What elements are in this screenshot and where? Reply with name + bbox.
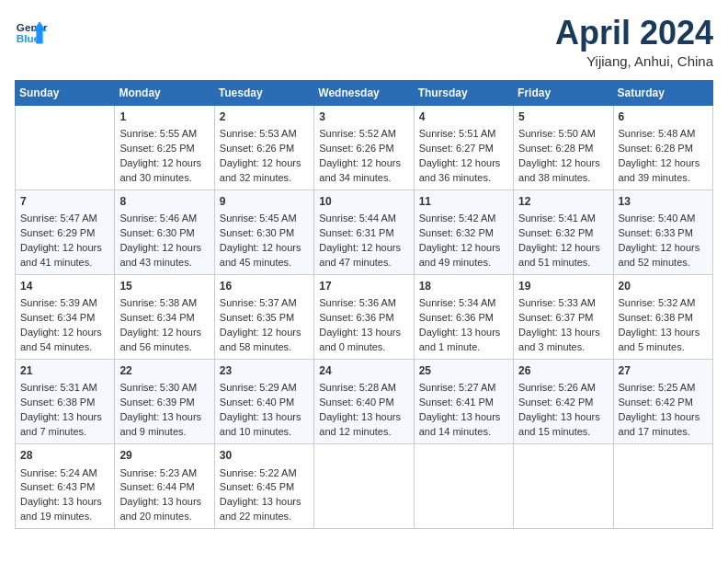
sunrise-text: Sunrise: 5:52 AM [319,128,396,139]
sunset-text: Sunset: 6:39 PM [119,396,194,408]
sunset-text: Sunset: 6:44 PM [119,481,194,492]
header-sunday: Sunday [16,80,115,105]
daylight-text: Daylight: 13 hours and 22 minutes. [220,496,301,522]
calendar-cell [613,444,712,529]
sunrise-text: Sunrise: 5:40 AM [619,213,696,224]
day-number: 17 [319,279,408,294]
sunrise-text: Sunrise: 5:26 AM [518,382,596,393]
day-number: 5 [518,109,608,125]
calendar-cell: 11Sunrise: 5:42 AMSunset: 6:32 PMDayligh… [414,190,513,274]
daylight-text: Daylight: 13 hours and 14 minutes. [419,411,501,437]
daylight-text: Daylight: 13 hours and 3 minutes. [518,327,600,352]
calendar-cell: 8Sunrise: 5:46 AMSunset: 6:30 PMDaylight… [115,190,214,274]
calendar-cell: 25Sunrise: 5:27 AMSunset: 6:41 PMDayligh… [414,360,513,444]
calendar-cell [314,444,414,529]
sunset-text: Sunset: 6:34 PM [119,312,194,323]
sunrise-text: Sunrise: 5:50 AM [518,128,596,139]
calendar-table: SundayMondayTuesdayWednesdayThursdayFrid… [15,80,713,530]
daylight-text: Daylight: 12 hours and 38 minutes. [518,157,600,183]
calendar-cell [16,105,115,190]
daylight-text: Daylight: 13 hours and 15 minutes. [518,411,600,437]
logo: General Blue [15,15,48,48]
sunset-text: Sunset: 6:35 PM [220,312,294,323]
header-wednesday: Wednesday [314,80,414,105]
calendar-cell: 24Sunrise: 5:28 AMSunset: 6:40 PMDayligh… [314,360,414,444]
title-block: April 2024 Yijiang, Anhui, China [555,15,713,69]
calendar-cell: 6Sunrise: 5:48 AMSunset: 6:28 PMDaylight… [613,105,712,190]
sunrise-text: Sunrise: 5:29 AM [220,382,297,393]
sunset-text: Sunset: 6:27 PM [419,143,494,154]
sunset-text: Sunset: 6:36 PM [419,312,494,323]
day-number: 27 [619,363,708,379]
sunrise-text: Sunrise: 5:45 AM [220,213,297,224]
daylight-text: Daylight: 12 hours and 58 minutes. [220,327,301,352]
calendar-header-row: SundayMondayTuesdayWednesdayThursdayFrid… [16,80,713,105]
daylight-text: Daylight: 13 hours and 0 minutes. [319,327,401,352]
daylight-text: Daylight: 13 hours and 12 minutes. [319,411,401,437]
calendar-row-4: 21Sunrise: 5:31 AMSunset: 6:38 PMDayligh… [16,360,713,444]
sunset-text: Sunset: 6:34 PM [20,312,95,323]
sunset-text: Sunset: 6:29 PM [20,227,95,238]
sunset-text: Sunset: 6:38 PM [20,396,95,408]
daylight-text: Daylight: 12 hours and 51 minutes. [518,242,600,268]
daylight-text: Daylight: 13 hours and 1 minute. [419,327,501,352]
day-number: 16 [220,279,309,294]
sunrise-text: Sunrise: 5:47 AM [20,213,97,224]
sunset-text: Sunset: 6:36 PM [319,312,393,323]
location: Yijiang, Anhui, China [555,53,713,69]
sunrise-text: Sunrise: 5:39 AM [20,297,97,308]
sunrise-text: Sunrise: 5:28 AM [319,382,396,393]
daylight-text: Daylight: 12 hours and 52 minutes. [619,242,700,268]
day-number: 6 [619,109,708,125]
sunrise-text: Sunrise: 5:30 AM [119,382,197,393]
calendar-cell [514,444,613,529]
sunset-text: Sunset: 6:31 PM [319,227,393,238]
sunrise-text: Sunrise: 5:44 AM [319,213,396,224]
sunrise-text: Sunrise: 5:55 AM [119,128,197,139]
calendar-cell: 14Sunrise: 5:39 AMSunset: 6:34 PMDayligh… [16,274,115,359]
daylight-text: Daylight: 12 hours and 56 minutes. [119,327,201,352]
day-number: 13 [619,194,708,210]
day-number: 4 [419,109,508,125]
daylight-text: Daylight: 12 hours and 41 minutes. [20,242,102,268]
sunset-text: Sunset: 6:43 PM [20,481,95,492]
day-number: 9 [220,194,309,210]
sunset-text: Sunset: 6:32 PM [518,227,593,238]
sunrise-text: Sunrise: 5:46 AM [119,213,197,224]
calendar-cell [414,444,513,529]
day-number: 22 [119,363,209,379]
sunrise-text: Sunrise: 5:23 AM [119,467,197,478]
sunrise-text: Sunrise: 5:22 AM [220,467,297,478]
sunset-text: Sunset: 6:30 PM [119,227,194,238]
page-header: General Blue April 2024 Yijiang, Anhui, … [15,15,713,69]
sunset-text: Sunset: 6:28 PM [619,143,693,154]
sunset-text: Sunset: 6:26 PM [220,143,294,154]
calendar-cell: 2Sunrise: 5:53 AMSunset: 6:26 PMDaylight… [214,105,313,190]
calendar-cell: 23Sunrise: 5:29 AMSunset: 6:40 PMDayligh… [214,360,313,444]
calendar-cell: 21Sunrise: 5:31 AMSunset: 6:38 PMDayligh… [16,360,115,444]
day-number: 15 [119,279,209,294]
day-number: 8 [119,194,209,210]
day-number: 30 [220,448,309,464]
header-tuesday: Tuesday [214,80,313,105]
day-number: 20 [619,279,708,294]
sunset-text: Sunset: 6:25 PM [119,143,194,154]
sunrise-text: Sunrise: 5:48 AM [619,128,696,139]
calendar-cell: 9Sunrise: 5:45 AMSunset: 6:30 PMDaylight… [214,190,313,274]
sunrise-text: Sunrise: 5:41 AM [518,213,596,224]
daylight-text: Daylight: 12 hours and 32 minutes. [220,157,301,183]
calendar-cell: 16Sunrise: 5:37 AMSunset: 6:35 PMDayligh… [214,274,313,359]
calendar-cell: 20Sunrise: 5:32 AMSunset: 6:38 PMDayligh… [613,274,712,359]
day-number: 12 [518,194,608,210]
header-friday: Friday [514,80,613,105]
sunset-text: Sunset: 6:28 PM [518,143,593,154]
day-number: 2 [220,109,309,125]
calendar-cell: 12Sunrise: 5:41 AMSunset: 6:32 PMDayligh… [514,190,613,274]
sunset-text: Sunset: 6:33 PM [619,227,693,238]
calendar-row-2: 7Sunrise: 5:47 AMSunset: 6:29 PMDaylight… [16,190,713,274]
logo-icon: General Blue [15,15,48,48]
daylight-text: Daylight: 13 hours and 5 minutes. [619,327,700,352]
header-thursday: Thursday [414,80,513,105]
sunset-text: Sunset: 6:32 PM [419,227,494,238]
daylight-text: Daylight: 12 hours and 49 minutes. [419,242,501,268]
